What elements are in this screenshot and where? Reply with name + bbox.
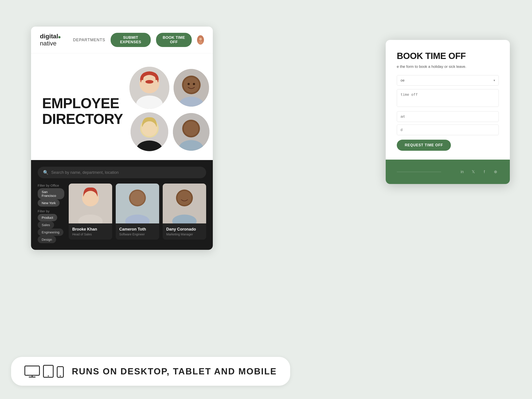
filter-tag-engineering[interactable]: Engineering — [38, 228, 63, 236]
reason-textarea[interactable] — [397, 89, 499, 107]
twitter-icon[interactable]: 𝕏 — [470, 168, 477, 175]
employee-name-cameron: Cameron Toth — [119, 227, 156, 232]
logo: digitalnative — [40, 33, 68, 47]
svg-point-1 — [199, 38, 202, 40]
svg-point-7 — [146, 80, 153, 83]
employee-card-3[interactable]: Dany Coronado Marketing Manager — [163, 184, 206, 240]
svg-point-25 — [83, 191, 98, 205]
card-info-brooke: Brooke Khan Head of Sales — [69, 223, 112, 240]
start-date-input[interactable] — [397, 111, 499, 122]
card-info-dany: Dany Coronado Marketing Manager — [163, 223, 206, 240]
card-photo-dany — [163, 184, 206, 223]
employee-card-1[interactable]: Brooke Khan Head of Sales — [69, 184, 112, 240]
logo-native: native — [40, 40, 57, 47]
desktop-icon — [24, 366, 40, 378]
svg-point-13 — [193, 83, 195, 85]
submit-expenses-button[interactable]: SUBMIT EXPENSES — [111, 33, 151, 47]
mobile-icon — [57, 366, 64, 378]
employee-card-2[interactable]: Cameron Toth Software Engineer — [116, 184, 159, 240]
facebook-icon[interactable]: f — [481, 168, 488, 175]
footer-divider — [397, 172, 441, 172]
card-photo-brooke — [69, 184, 112, 223]
svg-point-33 — [177, 191, 191, 205]
filter-tag-product[interactable]: Product — [38, 214, 57, 221]
card-info-cameron: Cameron Toth Software Engineer — [116, 223, 159, 240]
modal-subtitle: e the form to book a holiday or sick lea… — [397, 64, 499, 69]
svg-point-18 — [142, 121, 157, 135]
filter-area: Filter by Office San Francisco New York … — [38, 184, 206, 243]
hero-section: EMPLOYEE DIRECTORY — [31, 53, 213, 160]
employee-photo-3 — [131, 112, 168, 151]
end-date-input[interactable] — [397, 125, 499, 135]
filter-tag-ny[interactable]: New York — [38, 199, 60, 207]
nav-departments[interactable]: DEPARTMENTS — [73, 38, 105, 42]
leave-type-select-wrap: oe Holiday Sick Leave — [397, 75, 499, 86]
filter-tag-design[interactable]: Design — [38, 236, 56, 243]
logo-digital: digital — [40, 33, 58, 40]
request-time-off-button[interactable]: REQUEST TIME OFF — [397, 140, 451, 151]
svg-point-2 — [198, 41, 203, 44]
filter-office-label: Filter by Office — [38, 184, 64, 187]
filter-tag-sales[interactable]: Sales — [38, 221, 54, 228]
filter-dept-label: Filter by — [38, 209, 64, 213]
leave-type-select[interactable]: oe Holiday Sick Leave — [397, 75, 499, 86]
employee-photo-1 — [129, 67, 169, 109]
employee-name-brooke: Brooke Khan — [72, 227, 109, 232]
modal-footer: in 𝕏 f ⊕ — [386, 160, 510, 184]
modal-title: BOOK TIME OFF — [397, 51, 499, 61]
hero-title: EMPLOYEE DIRECTORY — [42, 95, 123, 127]
svg-point-12 — [188, 83, 190, 85]
bottom-banner: RUNS ON DESKTOP, TABLET AND MOBILE — [11, 357, 290, 386]
nav-bar: digitalnative DEPARTMENTS SUBMIT EXPENSE… — [31, 27, 213, 53]
svg-point-22 — [184, 121, 198, 136]
svg-point-39 — [48, 375, 49, 377]
employee-title-cameron: Software Engineer — [119, 233, 156, 236]
svg-rect-35 — [25, 366, 39, 375]
hero-text: EMPLOYEE DIRECTORY — [42, 64, 123, 153]
svg-point-11 — [184, 77, 199, 93]
tablet-icon — [43, 365, 54, 378]
search-icon: 🔍 — [43, 170, 49, 175]
modal-white-section: BOOK TIME OFF e the form to book a holid… — [386, 40, 510, 160]
dark-section: 🔍 Filter by Office San Francisco New Yor… — [31, 160, 213, 250]
employee-title-brooke: Head of Sales — [72, 233, 109, 236]
time-off-modal: BOOK TIME OFF e the form to book a holid… — [386, 40, 510, 184]
employee-title-dany: Marketing Manager — [166, 233, 203, 236]
card-photo-cameron — [116, 184, 159, 223]
hero-photos — [127, 64, 212, 153]
device-icons — [24, 365, 64, 378]
pinterest-icon[interactable]: ⊕ — [492, 168, 499, 175]
employee-photo-2 — [174, 69, 209, 107]
search-input[interactable] — [51, 170, 201, 175]
employee-photo-4 — [173, 113, 209, 151]
filter-tag-sf[interactable]: San Francisco — [38, 188, 64, 199]
user-avatar[interactable] — [197, 35, 204, 44]
employee-name-dany: Dany Coronado — [166, 227, 203, 232]
main-window: digitalnative DEPARTMENTS SUBMIT EXPENSE… — [31, 27, 213, 250]
linkedin-icon[interactable]: in — [459, 168, 466, 175]
employee-cards-area: Brooke Khan Head of Sales — [69, 184, 206, 243]
filter-side: Filter by Office San Francisco New York … — [38, 184, 64, 243]
logo-dot — [58, 36, 61, 38]
search-bar[interactable]: 🔍 — [38, 167, 206, 178]
svg-point-29 — [130, 191, 145, 205]
banner-text: RUNS ON DESKTOP, TABLET AND MOBILE — [72, 367, 277, 376]
svg-point-41 — [60, 375, 61, 377]
book-time-off-button[interactable]: BOOK TIME OFF — [156, 33, 192, 47]
employee-cards: Brooke Khan Head of Sales — [69, 184, 206, 240]
